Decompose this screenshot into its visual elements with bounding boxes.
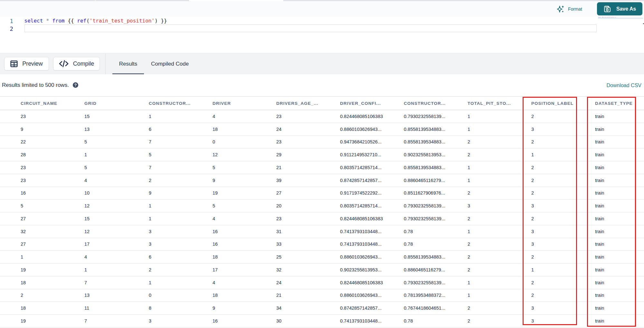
table-row[interactable]: 1610919270.9171974522292...0.85116279069… <box>0 187 644 200</box>
table-cell: 2 <box>468 314 531 327</box>
tab-separator <box>632 0 632 1</box>
download-csv-link[interactable]: Download CSV <box>607 83 642 88</box>
tab-separator <box>95 0 96 1</box>
sparkles-icon <box>557 5 564 13</box>
table-cell: 23 <box>276 136 340 149</box>
table-cell: 16 <box>213 225 276 238</box>
table-cell: 15 <box>84 212 149 225</box>
table-row[interactable]: 281512290.9112149532710...0.902325581395… <box>0 148 644 161</box>
table-cell: train <box>595 161 644 174</box>
table-cell: 16 <box>213 238 276 251</box>
minimap-viewport[interactable] <box>598 18 643 19</box>
table-cell: 3 <box>531 225 595 238</box>
code-line[interactable]: select * from {{ ref('train_test_positio… <box>24 17 167 25</box>
table-cell: 20 <box>276 199 340 212</box>
table-cell: 17 <box>84 238 149 251</box>
table-cell: 1 <box>149 110 213 123</box>
column-header[interactable]: GRID <box>84 96 149 110</box>
table-cell: 1 <box>468 161 531 174</box>
table-cell: 9 <box>149 187 213 200</box>
table-cell: 2 <box>0 289 84 302</box>
table-cell: 9 <box>213 174 276 187</box>
table-cell: 4 <box>84 251 149 263</box>
column-header[interactable]: DRIVER <box>213 96 276 110</box>
table-cell: 7 <box>84 276 149 289</box>
table-cell: 2 <box>468 136 531 149</box>
table-row[interactable]: 14618250.8860103626943...0.8558139534883… <box>0 251 644 263</box>
table-cell: 2 <box>531 289 595 302</box>
table-cell: 0.824468085106383 <box>340 110 404 123</box>
table-row[interactable]: 191217320.9023255813953...0.886046511627… <box>0 263 644 276</box>
table-cell: 28 <box>0 148 84 161</box>
column-header[interactable]: CONSTRUCTOR... <box>404 96 468 110</box>
compile-button[interactable]: Compile <box>53 57 100 70</box>
table-cell: 0.78 <box>404 238 468 251</box>
table-row[interactable]: 22570230.9473684210526...0.8558139534883… <box>0 136 644 149</box>
table-cell: 2 <box>531 187 595 200</box>
table-cell: 7 <box>84 314 149 327</box>
table-cell: 3 <box>531 314 595 327</box>
table-cell: 0.8860103626943... <box>340 123 404 136</box>
format-button[interactable]: Format <box>557 4 582 14</box>
table-cell: 23 <box>0 174 84 187</box>
table-row[interactable]: 197316300.7413793103448...0.7823train <box>0 314 644 327</box>
table-row[interactable]: 913618240.8860103626943...0.855813953488… <box>0 123 644 136</box>
table-cell: 21 <box>276 161 340 174</box>
table-row[interactable]: 213018210.8860103626943...0.781395348837… <box>0 289 644 302</box>
table-cell: 5 <box>84 136 149 149</box>
table-cell: 1 <box>468 276 531 289</box>
table-cell: 23 <box>276 212 340 225</box>
table-cell: 2 <box>468 263 531 276</box>
table-cell: 3 <box>149 225 213 238</box>
column-header[interactable]: CIRCUIT_NAME <box>0 96 84 110</box>
table-cell: 19 <box>213 187 276 200</box>
help-icon[interactable]: ? <box>73 82 78 88</box>
results-panel: Results limited to 500 rows. ? Download … <box>0 74 644 328</box>
table-row[interactable]: 18714240.8244680851063830.7930232558139.… <box>0 276 644 289</box>
table-row[interactable]: 271514230.8244680851063830.7930232558139… <box>0 212 644 225</box>
active-file-tab[interactable] <box>189 0 284 1</box>
table-cell: 0 <box>213 136 276 149</box>
table-cell: 32 <box>276 263 340 276</box>
save-as-label: Save As <box>616 6 636 12</box>
table-cell: 0.7813953488372... <box>404 289 468 302</box>
compile-label: Compile <box>73 60 94 67</box>
column-header[interactable]: DATASET_TYPE <box>595 96 644 110</box>
table-cell: 0.8511627906976... <box>404 187 468 200</box>
table-cell: 16 <box>213 314 276 327</box>
tab-results[interactable]: Results <box>112 53 144 74</box>
table-row[interactable]: 231514230.8244680851063830.7930232558139… <box>0 110 644 123</box>
table-cell: 7 <box>149 161 213 174</box>
tab-compiled-code[interactable]: Compiled Code <box>147 53 193 74</box>
table-cell: train <box>595 263 644 276</box>
dbt-ide-screen: Format Save As 1 2 select * from {{ ref(… <box>0 0 644 328</box>
table-cell: 23 <box>0 161 84 174</box>
table-cell: 0.8860103626943... <box>340 289 404 302</box>
column-header[interactable]: CONSTRUCTOR... <box>149 96 213 110</box>
table-cell: 11 <box>84 302 149 314</box>
table-row[interactable]: 23429390.8742857142857...0.8860465116279… <box>0 174 644 187</box>
table-row[interactable]: 181189340.8742857142857...0.767441860465… <box>0 302 644 314</box>
table-cell: train <box>595 148 644 161</box>
column-header[interactable]: DRIVER_CONFI... <box>340 96 404 110</box>
code-editor[interactable]: 1 2 select * from {{ ref('train_test_pos… <box>0 16 644 53</box>
column-header[interactable]: TOTAL_PIT_STO... <box>468 96 531 110</box>
results-limit-note: Results limited to 500 rows. <box>2 82 69 88</box>
table-cell: 0.7930232558139... <box>404 212 468 225</box>
table-cell: 3 <box>531 238 595 251</box>
table-row[interactable]: 2717316330.7413793103448...0.7823train <box>0 238 644 251</box>
table-row[interactable]: 51215200.8035714285714...0.7930232558139… <box>0 199 644 212</box>
table-cell: 0.9171974522292... <box>340 187 404 200</box>
preview-button[interactable]: Preview <box>4 57 49 70</box>
table-cell: 18 <box>0 276 84 289</box>
table-cell: 29 <box>276 148 340 161</box>
column-header[interactable]: DRIVERS_AGE_... <box>276 96 340 110</box>
column-header[interactable]: POSITION_LABEL <box>531 96 595 110</box>
table-cell: 0.8035714285714... <box>340 161 404 174</box>
table-cell: 2 <box>531 110 595 123</box>
table-row[interactable]: 3212316310.7413793103448...0.7813train <box>0 225 644 238</box>
table-cell: 1 <box>0 251 84 263</box>
table-row[interactable]: 23575210.8035714285714...0.8558139534883… <box>0 161 644 174</box>
table-cell: 19 <box>0 314 84 327</box>
save-as-button[interactable]: Save As <box>597 2 642 15</box>
